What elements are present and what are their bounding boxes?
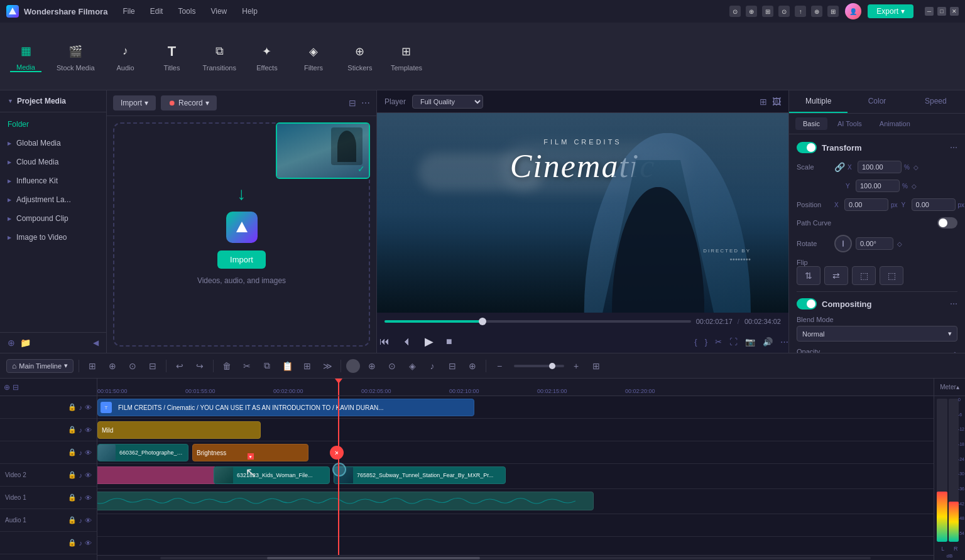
sidebar-item-folder[interactable]: Folder — [0, 115, 106, 134]
video2-audio-icon[interactable]: ♪ — [79, 471, 83, 479]
clip-film-credits[interactable]: T FILM CREDITS / Cinematic / YOU CAN USE… — [97, 399, 474, 416]
zoom-in-button[interactable]: + — [568, 358, 584, 374]
more-options-icon[interactable]: ⋯ — [361, 98, 370, 108]
timeline-label[interactable]: ⌂ Main Timeline ▾ — [6, 359, 74, 373]
rotate-input[interactable] — [856, 237, 893, 250]
track3-lock-icon[interactable]: 🔒 — [68, 448, 77, 456]
motion-track-button[interactable]: ⊕ — [464, 358, 481, 374]
track4-eye-icon[interactable]: 👁 — [85, 426, 92, 434]
sidebar-item-influence-kit[interactable]: ▶ Influence Kit — [0, 171, 106, 190]
add-folder-icon[interactable]: ⊕ — [8, 338, 15, 348]
copy-button[interactable]: ⧉ — [259, 358, 275, 374]
user-avatar[interactable]: 👤 — [845, 3, 861, 19]
toolbar-templates[interactable]: ⊞ Templates — [391, 41, 422, 72]
audio1-mute-icon[interactable]: ♪ — [79, 517, 83, 524]
filter-icon[interactable]: ⊟ — [349, 98, 356, 108]
redo-button[interactable]: ↪ — [192, 358, 208, 374]
media-thumbnail[interactable]: 00:00:34 ✓ — [276, 122, 370, 179]
rotate-keyframe[interactable]: ◇ — [897, 240, 902, 247]
video1-audio-icon[interactable]: ♪ — [79, 494, 83, 502]
color-button[interactable]: ◈ — [404, 358, 420, 374]
scale-x-input[interactable] — [858, 161, 902, 173]
sidebar-collapse-button[interactable]: ◀ — [93, 338, 99, 347]
sidebar-collapse-arrow[interactable]: ▼ — [8, 98, 13, 104]
magnet-button[interactable]: ⊟ — [144, 358, 161, 374]
delete-button[interactable]: 🗑 — [219, 358, 235, 374]
track3-eye-icon[interactable]: 👁 — [85, 449, 92, 456]
timeline-scrollbar[interactable] — [97, 555, 934, 560]
scrollbar-track[interactable] — [160, 557, 871, 559]
track3-audio-icon[interactable]: ♪ — [79, 449, 83, 456]
menu-file[interactable]: File — [120, 6, 137, 17]
position-x-input[interactable] — [844, 198, 888, 211]
audio2-lock-icon[interactable]: 🔒 — [68, 539, 77, 547]
playback-progress[interactable] — [384, 320, 691, 323]
track5-eye-icon[interactable]: 👁 — [85, 404, 92, 411]
mark-in-button[interactable]: { — [694, 337, 697, 347]
fit-button[interactable]: ⊞ — [588, 358, 604, 374]
sub-tab-basic[interactable]: Basic — [795, 117, 827, 130]
path-curve-toggle[interactable] — [937, 217, 957, 229]
subtitle-button[interactable]: ⊟ — [444, 358, 461, 374]
quality-select[interactable]: Full Quality Half Quality Quarter Qualit… — [412, 95, 483, 109]
settings-icon[interactable]: ⊙ — [778, 6, 790, 17]
scene-detect-button[interactable]: ⊙ — [124, 358, 141, 374]
group-button[interactable]: ⊞ — [299, 358, 315, 374]
close-button[interactable]: ✕ — [950, 7, 959, 16]
audio-effects-button[interactable]: ♪ — [424, 358, 440, 374]
clip-kids-woman[interactable]: 6321823_Kids_Woman_File... — [214, 466, 330, 484]
sidebar-item-global-media[interactable]: ▶ Global Media — [0, 134, 106, 153]
record-button[interactable]: ⏺ Record ▾ — [161, 95, 217, 110]
toolbar-stock-media[interactable]: 🎬 Stock Media — [57, 41, 95, 72]
video-effects-button[interactable]: ⊕ — [364, 358, 380, 374]
speed-button[interactable]: ⊙ — [384, 358, 400, 374]
rotate-dial[interactable] — [834, 235, 852, 252]
layout-icon[interactable]: ⊞ — [762, 6, 773, 17]
audio1-eye-icon[interactable]: 👁 — [85, 517, 92, 524]
add-audio-track-button[interactable]: ⊕ — [104, 358, 121, 374]
track-header-icon2[interactable]: ⊟ — [13, 383, 19, 392]
sub-tab-animation[interactable]: Animation — [872, 117, 918, 130]
flip-horizontal-button[interactable]: ⇅ — [797, 266, 821, 285]
toolbar-stickers[interactable]: ⊕ Stickers — [344, 41, 376, 72]
maximize-button[interactable]: □ — [937, 7, 946, 16]
toolbar-effects[interactable]: ✦ Effects — [251, 41, 283, 72]
sidebar-item-cloud-media[interactable]: ▶ Cloud Media — [0, 153, 106, 171]
flip-bottom-left-button[interactable]: ⬚ — [880, 266, 903, 285]
grid-view-icon[interactable]: ⊞ — [760, 97, 767, 107]
cut-button[interactable]: ✂ — [239, 358, 255, 374]
track4-audio-icon[interactable]: ♪ — [79, 426, 83, 434]
toolbar-transitions[interactable]: ⧉ Transitions — [203, 41, 236, 72]
video2-eye-icon[interactable]: 👁 — [85, 471, 92, 479]
tab-speed[interactable]: Speed — [907, 90, 965, 113]
apps-icon[interactable]: ⊞ — [827, 6, 839, 17]
more-tools-button[interactable]: ≫ — [319, 358, 335, 374]
more-controls-button[interactable]: ⋯ — [780, 337, 788, 347]
skip-back-button[interactable]: ⏮ — [377, 333, 392, 350]
camera-button[interactable]: 📷 — [745, 337, 755, 347]
sidebar-item-compound-clip[interactable]: ▶ Compound Clip — [0, 209, 106, 228]
blend-mode-select[interactable]: Normal ▾ — [797, 326, 957, 342]
paste-button[interactable]: 📋 — [279, 358, 295, 374]
clip-brightness[interactable]: ♥ Brightness — [192, 444, 308, 461]
sidebar-item-adjustment[interactable]: ▶ Adjustment La... — [0, 190, 106, 209]
compositing-toggle[interactable] — [797, 298, 817, 310]
audio2-eye-icon[interactable]: 👁 — [85, 539, 92, 547]
search-icon[interactable]: ⊕ — [746, 6, 757, 17]
menu-edit[interactable]: Edit — [148, 6, 166, 17]
scrollbar-thumb[interactable] — [267, 557, 480, 559]
record-voice-button[interactable] — [346, 359, 360, 373]
position-y-input[interactable] — [912, 198, 956, 211]
toolbar-filters[interactable]: ◈ Filters — [298, 41, 329, 72]
audio2-mute-icon[interactable]: ♪ — [79, 539, 83, 547]
clip-subway[interactable]: 765852_Subway_Tunnel_Station_Fear_By_MXR… — [334, 466, 506, 484]
video1-eye-icon[interactable]: 👁 — [85, 494, 92, 502]
track-header-icon[interactable]: ⊕ — [4, 383, 10, 392]
toolbar-media[interactable]: ▦ Media — [10, 41, 41, 72]
track4-lock-icon[interactable]: 🔒 — [68, 426, 77, 434]
clip-angry[interactable]: ♪ Angry — [97, 492, 594, 510]
play-button[interactable]: ▶ — [422, 332, 436, 351]
undo-button[interactable]: ↩ — [172, 358, 188, 374]
menu-help[interactable]: Help — [239, 6, 260, 17]
minimize-button[interactable]: ─ — [925, 7, 934, 16]
